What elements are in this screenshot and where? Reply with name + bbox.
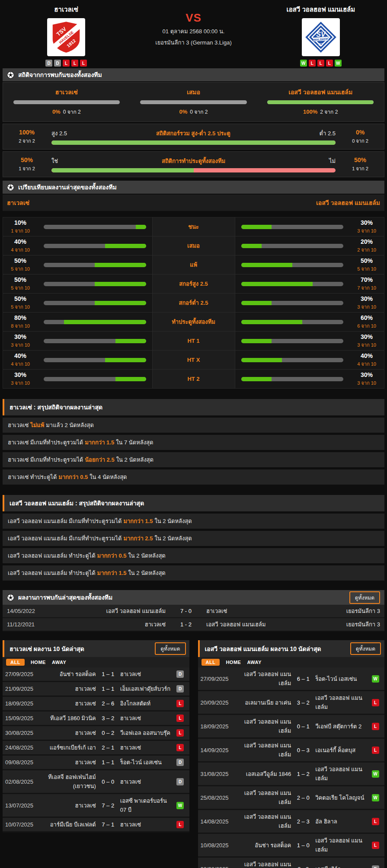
match-row[interactable]: 15/09/2025 ทีเอสวี 1860 มิวนิค 3 – 2 ฮาเ… [3, 712, 189, 726]
result-badge: L [372, 723, 379, 730]
home-bar [44, 320, 146, 324]
highlight-value: มากกว่า 0.5 [58, 474, 88, 480]
tab-away[interactable]: AWAY [52, 660, 66, 665]
form-badge: W [300, 60, 307, 67]
match-row[interactable]: 14/08/2025 เอสวี วอลฮอฟ แมนเฮล์ม 2 – 3 อ… [198, 810, 385, 834]
away-bar [241, 358, 344, 362]
home-bar [44, 282, 146, 286]
away-bar [241, 225, 344, 229]
stat-title: สถิติการทำประตูทั้งสองทีม [162, 156, 225, 166]
away-team-logo-crest: SV WALDHOF 07 [305, 21, 337, 53]
h2h-column-stats: 0%0 จาก 2 [179, 108, 208, 116]
home-stat: 30% 3 จาก 10 [3, 333, 38, 349]
match-row[interactable]: 27/09/2025 อันช่า รอสต็อค 1 – 1 ฮาเวลเซ่… [3, 667, 189, 682]
away-bar [241, 320, 344, 324]
match-row[interactable]: 25/08/2025 เอสวี วอลฮอฟ แมนเฮล์ม 2 – 0 ว… [198, 786, 385, 810]
home-stat: 50% 5 จาก 10 [3, 295, 38, 311]
result-badge: W [372, 794, 379, 801]
tab-home[interactable]: HOME [31, 660, 46, 665]
home-bar [44, 225, 146, 229]
match-league: เยอรมันลีกา 3 (German 3.Liga) [155, 38, 232, 47]
match-row[interactable]: 02/08/2025 ทีเอสจี ฮอฟเฟ่นไฮม์ (เยาวชน) … [3, 770, 189, 794]
result-badge: W [372, 675, 379, 683]
match-row[interactable]: 18/09/2025 เอสวี วอลฮอฟ แมนเฮล์ม 0 – 1 ว… [198, 715, 385, 739]
away-bar [241, 377, 344, 381]
h2h-result-row[interactable]: 11/12/2021 ฮาเวลเซ่ 1 - 2 เอสวี วอลฮอฟ แ… [3, 618, 384, 632]
tab-home[interactable]: HOME [226, 660, 241, 665]
h2h-result-row[interactable]: 14/05/2022 เอสวี วอลฮอฟ แมนเฮล์ม 7 - 0 ฮ… [3, 605, 384, 618]
tab-away[interactable]: AWAY [247, 660, 261, 665]
highlight-value: มากกว่า 1.5 [85, 439, 114, 446]
match-row[interactable]: 10/07/2025 อาร์มีเนีย บีเลเฟลด์ 7 – 1 ฮา… [3, 818, 189, 833]
home-bar [44, 301, 146, 305]
match-row[interactable]: 20/09/2025 อเลมานเนีย อาเค่น 3 – 2 เอสวี… [198, 691, 385, 715]
summary-row: ฮาเวลเซ่ มีเกมที่ทำประตูรวมได้มากกว่า 1.… [3, 435, 384, 450]
match-row[interactable]: 21/09/2025 ฮาเวลเซ่ 1 – 1 เอ็มเอสเฟาดุ๊ย… [3, 682, 189, 697]
h2h-stat-row: 50% 1 จาก 2 ใช่ สถิติการทำประตูทั้งสองที… [3, 151, 384, 177]
away-stat: 60% 6 จาก 10 [349, 314, 384, 330]
home-last10-rows: 27/09/2025 อันช่า รอสต็อค 1 – 1 ฮาเวลเซ่… [3, 667, 189, 833]
home-team-name: ฮาเวลเซ่ [54, 4, 78, 15]
metric-label: HT 1 [152, 332, 235, 350]
tab-all[interactable]: ALL [201, 659, 220, 666]
home-team-name: ฮาเวลเซ่ [7, 198, 29, 207]
form-badge: D [45, 60, 52, 67]
home-stat: 50% 5 จาก 10 [3, 257, 38, 273]
stat-bar [51, 168, 336, 172]
view-all-button[interactable]: ดูทั้งหมด [350, 642, 381, 655]
stat-right: 50% 1 จาก 2 [342, 156, 378, 172]
tab-all[interactable]: ALL [6, 659, 25, 666]
stat-right: 0% 0 จาก 2 [342, 129, 378, 145]
view-all-button[interactable]: ดูทั้งหมด [349, 591, 380, 604]
match-row[interactable]: 27/09/2025 เอสวี วอลฮอฟ แมนเฮล์ม 6 – 1 ร… [198, 667, 385, 691]
h2h-stat-rows: 100% 2 จาก 2 สูง 2.5 สถิติสกอร์รวม สูง-ต… [3, 124, 384, 177]
stat-title: สถิติสกอร์รวม สูง-ต่ำ 2.5 ประตู [156, 129, 230, 138]
home-team-column: ฮาเวลเซ่ TSV HAVELSE 1912 DDLLL [3, 4, 130, 68]
match-row[interactable]: 18/09/2025 ฮาเวลเซ่ 2 – 6 อิงโกลสตัดท์ L [3, 697, 189, 712]
away-last10-header: เอสวี วอลฮอฟ แมนเฮล์ม ผลงาน 10 นัดล่าสุด… [198, 640, 385, 657]
summary-row: ฮาเวลเซ่ไม่แพ้มาแล้ว 2 นัดหลังสุด [3, 418, 384, 433]
away-stat: 30% 3 จาก 10 [349, 371, 384, 387]
view-all-button[interactable]: ดูทั้งหมด [155, 642, 186, 655]
home-stat: 10% 1 จาก 10 [3, 219, 38, 235]
match-row[interactable]: 13/07/2025 ฮาเวลเซ่ 7 – 2 เอสซี พาเดอร์บ… [3, 794, 189, 818]
match-row[interactable]: 30/08/2025 ฮาเวลเซ่ 0 – 2 วีเอฟเอล ออสนา… [3, 726, 189, 741]
home-team-logo-crest: TSV HAVELSE 1912 [51, 21, 81, 53]
metric-label: ทำประตูทั้งสองทีม [152, 313, 235, 331]
home-summary-title: ฮาเวลเซ่ : สรุปสถิติจากผลงานล่าสุด [3, 399, 384, 415]
home-bar [44, 377, 146, 381]
h2h-bar [267, 100, 374, 104]
football-icon [7, 184, 14, 191]
match-row[interactable]: 02/08/2025 เอสวี วอลฮอฟ แมนเฮล์ม 2 - 2 เ… [198, 858, 385, 868]
away-last10-card: เอสวี วอลฮอฟ แมนเฮล์ม ผลงาน 10 นัดล่าสุด… [198, 640, 385, 868]
metric-label: HT 2 [152, 370, 235, 388]
away-bar [241, 301, 344, 305]
match-row[interactable]: 31/08/2025 เอสเอสวีอูล์ม 1846 1 – 2 เอสว… [198, 763, 385, 786]
comparison-row: 10% 1 จาก 10 ชนะ 30% 3 จาก 10 [3, 217, 384, 236]
home-stat: 40% 4 จาก 10 [3, 352, 38, 368]
ratio-value: 0 จาก 2 [63, 109, 81, 115]
summary-row: ฮาเวลเซ่ ทำประตูได้มากกว่า 0.5ใน 4 นัดหล… [3, 469, 384, 485]
h2h-column-label: ฮาเวลเซ่ [55, 87, 78, 97]
match-row[interactable]: 09/08/2025 ฮาเวลเซ่ 1 – 1 ร็อต-ไวน์ เอสเ… [3, 756, 189, 770]
match-row[interactable]: 10/08/2025 อันช่า รอสต็อค 1 – 0 เอสวี วอ… [198, 834, 385, 858]
match-header: ฮาเวลเซ่ TSV HAVELSE 1912 DDLLL VS 01 ตุ… [3, 0, 384, 68]
metric-label: ชนะ [152, 217, 235, 236]
metric-label: เสมอ [152, 236, 235, 255]
vs-label: VS [186, 11, 201, 25]
result-badge: L [372, 699, 379, 706]
comparison-row: 30% 3 จาก 10 HT 2 30% 3 จาก 10 [3, 370, 384, 389]
away-team-logo-box: SV WALDHOF 07 [302, 18, 340, 56]
result-badge: D [372, 865, 379, 868]
form-badge: W [335, 60, 342, 67]
away-bar [241, 282, 344, 286]
match-row[interactable]: 24/08/2025 แอร์ซเกเบียร์เก้ เอา 2 – 1 ฮา… [3, 741, 189, 756]
highlight-value: มากกว่า 2.5 [123, 535, 153, 542]
match-row[interactable]: 14/09/2025 เอสวี วอลฮอฟ แมนเฮล์ม 0 – 3 เ… [198, 739, 385, 763]
result-badge: L [372, 842, 379, 849]
form-badge: L [71, 60, 78, 67]
away-stat: 30% 3 จาก 10 [349, 219, 384, 235]
page: ฮาเวลเซ่ TSV HAVELSE 1912 DDLLL VS 01 ตุ… [0, 0, 387, 868]
home-bar [44, 339, 146, 343]
h2h-results-section: ผลงานการพบกันล่าสุดของทั้งสองทีม ดูทั้งห… [3, 590, 384, 632]
